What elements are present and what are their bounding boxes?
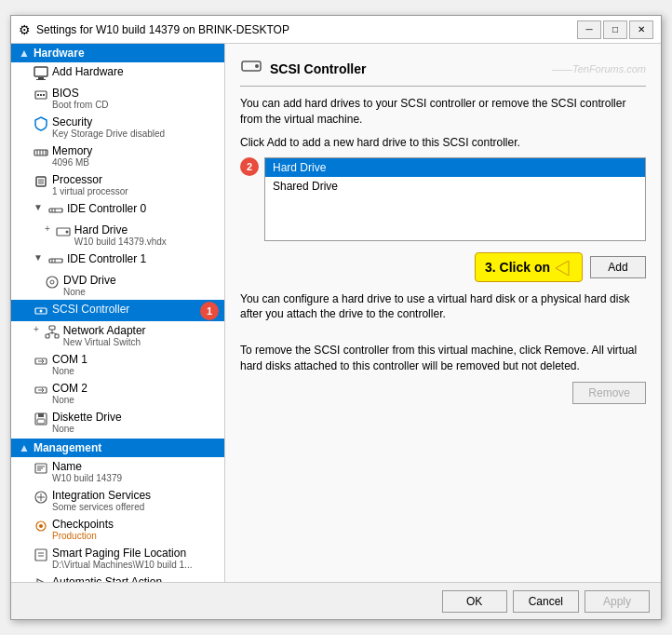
- add-button-section: 3. Click on Add: [240, 252, 646, 281]
- svg-rect-42: [37, 419, 45, 424]
- sidebar-item-security[interactable]: Security Key Storage Drive disabled: [11, 113, 224, 142]
- sidebar-item-com1[interactable]: COM 1 None: [11, 350, 224, 379]
- checkpoints-label: Checkpoints: [52, 518, 114, 531]
- hdd-ide-sub: W10 build 14379.vhdx: [74, 236, 167, 247]
- add-button[interactable]: Add: [590, 256, 646, 278]
- network-expand-icon: +: [34, 324, 39, 334]
- network-label: Network Adapter: [63, 324, 146, 337]
- svg-marker-55: [37, 579, 47, 582]
- monitor-icon: [34, 66, 48, 81]
- watermark-text: ——TenForums.com: [552, 63, 646, 74]
- sidebar-item-smart-paging[interactable]: Smart Paging File Location D:\Virtual Ma…: [11, 544, 224, 573]
- svg-rect-41: [38, 413, 44, 417]
- main-content: ▲ Hardware Add Hardware BIOS: [11, 44, 661, 582]
- sidebar-item-memory[interactable]: Memory 4096 MB: [11, 142, 224, 170]
- ide1-expand-icon: ▼: [34, 252, 43, 263]
- remove-button[interactable]: Remove: [572, 382, 646, 404]
- sidebar-item-hard-drive-ide[interactable]: + Hard Drive W10 build 14379.vhdx: [11, 221, 224, 250]
- svg-rect-0: [34, 67, 47, 76]
- sidebar-item-dvd[interactable]: DVD Drive None: [11, 271, 224, 300]
- titlebar: ⚙ Settings for W10 build 14379 on BRINK-…: [11, 16, 661, 44]
- sidebar-item-name[interactable]: Name W10 build 14379: [11, 457, 224, 486]
- drive-list-section: 2 Hard Drive Shared Drive: [240, 157, 646, 249]
- diskette-label: Diskette Drive: [52, 411, 122, 424]
- callout-text: 3. Click on: [485, 260, 550, 275]
- sidebar-item-processor[interactable]: Processor 1 virtual processor: [11, 170, 224, 199]
- sidebar-item-add-hardware[interactable]: Add Hardware: [11, 62, 224, 84]
- processor-sub: 1 virtual processor: [52, 186, 128, 196]
- network-sub: New Virtual Switch: [63, 337, 146, 347]
- sidebar-item-com2[interactable]: COM 2 None: [11, 379, 224, 408]
- titlebar-left: ⚙ Settings for W10 build 14379 on BRINK-…: [19, 22, 289, 37]
- management-section-header[interactable]: ▲ Management: [11, 439, 224, 457]
- hardware-header-label: Hardware: [34, 47, 85, 60]
- apply-button[interactable]: Apply: [585, 590, 650, 613]
- add-hardware-label: Add Hardware: [52, 65, 124, 78]
- ide0-expand-icon: ▼: [34, 202, 43, 212]
- titlebar-icon: ⚙: [19, 22, 31, 37]
- drive-list-item-hard-drive[interactable]: Hard Drive: [265, 158, 645, 177]
- close-button[interactable]: ✕: [629, 20, 653, 39]
- memory-label: Memory: [52, 144, 92, 157]
- sidebar-item-auto-start[interactable]: Automatic Start Action Restart if previo…: [11, 573, 224, 582]
- processor-icon: [34, 174, 48, 189]
- panel-header: SCSI Controller ——TenForums.com: [240, 55, 646, 87]
- scsi-panel-icon: [240, 55, 262, 82]
- remove-button-section: Remove: [240, 382, 646, 404]
- step-badge-1: 1: [200, 302, 219, 320]
- vm-name-sub: W10 build 14379: [52, 473, 122, 483]
- com1-icon: [34, 354, 48, 369]
- panel-desc2: Click Add to add a new hard drive to thi…: [240, 135, 646, 151]
- step-badge-2: 2: [240, 157, 259, 176]
- com2-sub: None: [52, 395, 87, 405]
- svg-rect-52: [35, 549, 47, 561]
- maximize-button[interactable]: □: [603, 20, 627, 39]
- svg-rect-27: [46, 334, 49, 338]
- dvd-sub: None: [63, 287, 116, 297]
- checkpoint-icon: [34, 519, 48, 534]
- drive-list-item-shared-drive[interactable]: Shared Drive: [265, 177, 645, 196]
- auto-start-icon: [34, 576, 48, 582]
- minimize-button[interactable]: ─: [577, 20, 601, 39]
- titlebar-controls: ─ □ ✕: [577, 20, 653, 39]
- sidebar-item-ide0[interactable]: ▼ IDE Controller 0: [11, 199, 224, 221]
- hardware-section-header[interactable]: ▲ Hardware: [11, 44, 224, 62]
- sidebar-item-integration[interactable]: Integration Services Some services offer…: [11, 486, 224, 515]
- security-label: Security: [52, 115, 165, 128]
- svg-marker-58: [556, 261, 569, 276]
- svg-point-51: [39, 524, 43, 528]
- sidebar-item-diskette[interactable]: Diskette Drive None: [11, 408, 224, 437]
- com1-sub: None: [52, 366, 87, 376]
- svg-rect-28: [55, 334, 59, 338]
- bottom-bar: OK Cancel Apply: [11, 582, 661, 619]
- com1-label: COM 1: [52, 353, 87, 366]
- management-header-label: Management: [34, 441, 101, 454]
- drive-list[interactable]: Hard Drive Shared Drive: [264, 157, 646, 241]
- hdd-icon: [56, 224, 71, 239]
- svg-rect-1: [38, 77, 44, 79]
- security-sub: Key Storage Drive disabled: [52, 128, 165, 139]
- shield-icon: [34, 116, 48, 131]
- memory-sub: 4096 MB: [52, 157, 92, 168]
- sidebar-item-checkpoints[interactable]: Checkpoints Production: [11, 515, 224, 544]
- sidebar-item-network[interactable]: + Network Adapter New Virtual Switch: [11, 321, 224, 350]
- sidebar-item-bios[interactable]: BIOS Boot from CD: [11, 84, 224, 113]
- hdd-expand-icon: +: [45, 223, 50, 234]
- panel-desc1: You can add hard drives to your SCSI con…: [240, 96, 646, 128]
- ok-button[interactable]: OK: [442, 590, 507, 613]
- svg-line-31: [52, 332, 57, 334]
- svg-rect-14: [49, 209, 62, 212]
- smart-paging-label: Smart Paging File Location: [52, 547, 192, 560]
- svg-line-30: [47, 332, 52, 334]
- integration-icon: [34, 490, 48, 505]
- svg-rect-6: [43, 94, 45, 96]
- cancel-button[interactable]: Cancel: [513, 590, 579, 613]
- sidebar-item-scsi[interactable]: SCSI Controller 1: [11, 300, 224, 321]
- dvd-label: DVD Drive: [63, 274, 116, 287]
- panel-desc3: You can configure a hard drive to use a …: [240, 291, 646, 323]
- integration-label: Integration Services: [52, 489, 151, 502]
- network-icon: [45, 325, 60, 340]
- sidebar-item-ide1[interactable]: ▼ IDE Controller 1: [11, 250, 224, 271]
- floppy-icon: [34, 412, 48, 426]
- name-icon: [34, 461, 48, 476]
